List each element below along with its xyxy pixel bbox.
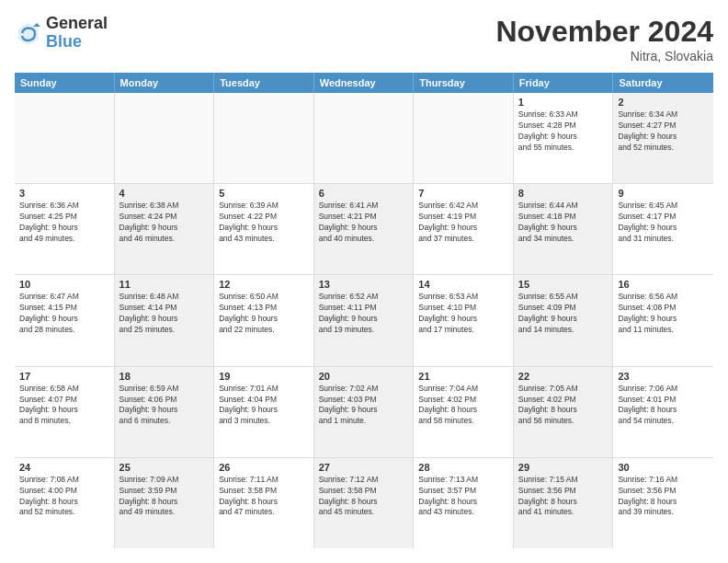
day-number: 2 <box>618 97 709 108</box>
day-info: Sunrise: 6:55 AMSunset: 4:09 PMDaylight:… <box>518 292 609 336</box>
calendar-header-cell: Monday <box>115 73 215 93</box>
day-info: Sunrise: 7:15 AMSunset: 3:56 PMDaylight:… <box>518 475 609 519</box>
calendar-cell: 4Sunrise: 6:38 AMSunset: 4:24 PMDaylight… <box>115 184 215 274</box>
calendar-header: SundayMondayTuesdayWednesdayThursdayFrid… <box>15 73 713 93</box>
calendar-cell: 22Sunrise: 7:05 AMSunset: 4:02 PMDayligh… <box>514 367 614 457</box>
calendar-cell: 17Sunrise: 6:58 AMSunset: 4:07 PMDayligh… <box>15 367 115 457</box>
calendar-cell: 1Sunrise: 6:33 AMSunset: 4:28 PMDaylight… <box>514 93 614 183</box>
day-number: 8 <box>518 188 609 199</box>
calendar-header-cell: Wednesday <box>314 73 415 93</box>
calendar-cell: 11Sunrise: 6:48 AMSunset: 4:14 PMDayligh… <box>115 275 215 365</box>
calendar-cell: 20Sunrise: 7:02 AMSunset: 4:03 PMDayligh… <box>314 367 415 457</box>
day-number: 25 <box>119 462 210 473</box>
day-info: Sunrise: 6:41 AMSunset: 4:21 PMDaylight:… <box>319 201 409 245</box>
page: General Blue November 2024 Nitra, Slovak… <box>0 0 728 563</box>
day-number: 20 <box>319 371 409 382</box>
calendar-cell: 25Sunrise: 7:09 AMSunset: 3:59 PMDayligh… <box>115 458 215 548</box>
day-number: 5 <box>219 188 309 199</box>
day-number: 13 <box>319 279 409 290</box>
calendar-cell <box>115 93 215 183</box>
day-number: 26 <box>219 462 309 473</box>
calendar-cell: 24Sunrise: 7:08 AMSunset: 4:00 PMDayligh… <box>15 458 115 548</box>
day-info: Sunrise: 6:56 AMSunset: 4:08 PMDaylight:… <box>618 292 709 336</box>
calendar-cell: 14Sunrise: 6:53 AMSunset: 4:10 PMDayligh… <box>414 275 514 365</box>
calendar-cell: 27Sunrise: 7:12 AMSunset: 3:58 PMDayligh… <box>314 458 415 548</box>
day-info: Sunrise: 7:04 AMSunset: 4:02 PMDaylight:… <box>418 384 508 428</box>
calendar-cell: 9Sunrise: 6:45 AMSunset: 4:17 PMDaylight… <box>613 184 713 274</box>
calendar-cell: 26Sunrise: 7:11 AMSunset: 3:58 PMDayligh… <box>214 458 314 548</box>
day-info: Sunrise: 7:06 AMSunset: 4:01 PMDaylight:… <box>618 384 709 428</box>
day-number: 28 <box>418 462 508 473</box>
day-number: 4 <box>119 188 210 199</box>
title-block: November 2024 Nitra, Slovakia <box>495 15 713 63</box>
day-number: 19 <box>219 371 309 382</box>
day-number: 30 <box>618 462 709 473</box>
calendar-cell: 8Sunrise: 6:44 AMSunset: 4:18 PMDaylight… <box>514 184 614 274</box>
day-info: Sunrise: 6:33 AMSunset: 4:28 PMDaylight:… <box>518 109 609 154</box>
day-number: 23 <box>618 371 709 382</box>
day-info: Sunrise: 7:01 AMSunset: 4:04 PMDaylight:… <box>219 384 309 428</box>
day-info: Sunrise: 6:45 AMSunset: 4:17 PMDaylight:… <box>618 201 709 245</box>
calendar-cell <box>214 93 314 183</box>
calendar-header-cell: Friday <box>514 73 614 93</box>
calendar-cell: 7Sunrise: 6:42 AMSunset: 4:19 PMDaylight… <box>414 184 514 274</box>
calendar-cell: 29Sunrise: 7:15 AMSunset: 3:56 PMDayligh… <box>514 458 614 548</box>
day-number: 7 <box>418 188 508 199</box>
calendar-cell: 3Sunrise: 6:36 AMSunset: 4:25 PMDaylight… <box>15 184 115 274</box>
calendar-cell <box>314 93 415 183</box>
calendar-cell: 5Sunrise: 6:39 AMSunset: 4:22 PMDaylight… <box>214 184 314 274</box>
day-info: Sunrise: 6:58 AMSunset: 4:07 PMDaylight:… <box>19 384 109 428</box>
calendar-cell: 30Sunrise: 7:16 AMSunset: 3:56 PMDayligh… <box>613 458 713 548</box>
day-number: 17 <box>19 371 109 382</box>
logo-blue: Blue <box>46 33 108 52</box>
day-number: 18 <box>119 371 210 382</box>
day-info: Sunrise: 6:48 AMSunset: 4:14 PMDaylight:… <box>119 292 210 336</box>
calendar-cell: 15Sunrise: 6:55 AMSunset: 4:09 PMDayligh… <box>514 275 614 365</box>
calendar-row: 1Sunrise: 6:33 AMSunset: 4:28 PMDaylight… <box>15 93 713 184</box>
day-number: 27 <box>319 462 409 473</box>
calendar-row: 3Sunrise: 6:36 AMSunset: 4:25 PMDaylight… <box>15 184 713 275</box>
calendar-cell: 28Sunrise: 7:13 AMSunset: 3:57 PMDayligh… <box>414 458 514 548</box>
day-number: 14 <box>418 279 508 290</box>
day-info: Sunrise: 6:59 AMSunset: 4:06 PMDaylight:… <box>119 384 210 428</box>
day-info: Sunrise: 6:44 AMSunset: 4:18 PMDaylight:… <box>518 201 609 245</box>
day-number: 9 <box>618 188 709 199</box>
calendar-cell <box>15 93 115 183</box>
day-info: Sunrise: 6:52 AMSunset: 4:11 PMDaylight:… <box>319 292 409 336</box>
calendar: SundayMondayTuesdayWednesdayThursdayFrid… <box>15 73 713 548</box>
day-info: Sunrise: 6:38 AMSunset: 4:24 PMDaylight:… <box>119 201 210 245</box>
day-info: Sunrise: 6:39 AMSunset: 4:22 PMDaylight:… <box>219 201 309 245</box>
day-number: 6 <box>319 188 409 199</box>
day-number: 1 <box>518 97 609 108</box>
day-number: 16 <box>618 279 709 290</box>
calendar-body: 1Sunrise: 6:33 AMSunset: 4:28 PMDaylight… <box>15 93 713 548</box>
calendar-row: 24Sunrise: 7:08 AMSunset: 4:00 PMDayligh… <box>15 458 713 548</box>
day-info: Sunrise: 7:12 AMSunset: 3:58 PMDaylight:… <box>319 475 409 519</box>
day-info: Sunrise: 7:02 AMSunset: 4:03 PMDaylight:… <box>319 384 409 428</box>
day-info: Sunrise: 7:08 AMSunset: 4:00 PMDaylight:… <box>19 475 109 519</box>
calendar-header-cell: Tuesday <box>214 73 314 93</box>
calendar-cell: 12Sunrise: 6:50 AMSunset: 4:13 PMDayligh… <box>214 275 314 365</box>
day-info: Sunrise: 6:53 AMSunset: 4:10 PMDaylight:… <box>418 292 508 336</box>
day-info: Sunrise: 6:34 AMSunset: 4:27 PMDaylight:… <box>618 109 709 154</box>
day-number: 3 <box>19 188 109 199</box>
day-info: Sunrise: 7:05 AMSunset: 4:02 PMDaylight:… <box>518 384 609 428</box>
calendar-row: 17Sunrise: 6:58 AMSunset: 4:07 PMDayligh… <box>15 367 713 458</box>
day-info: Sunrise: 7:16 AMSunset: 3:56 PMDaylight:… <box>618 475 709 519</box>
day-number: 21 <box>418 371 508 382</box>
day-info: Sunrise: 6:36 AMSunset: 4:25 PMDaylight:… <box>19 201 109 245</box>
header: General Blue November 2024 Nitra, Slovak… <box>15 15 713 63</box>
calendar-cell: 16Sunrise: 6:56 AMSunset: 4:08 PMDayligh… <box>613 275 713 365</box>
logo: General Blue <box>15 15 108 52</box>
day-number: 10 <box>19 279 109 290</box>
day-number: 11 <box>119 279 210 290</box>
day-info: Sunrise: 6:50 AMSunset: 4:13 PMDaylight:… <box>219 292 309 336</box>
calendar-cell: 23Sunrise: 7:06 AMSunset: 4:01 PMDayligh… <box>613 367 713 457</box>
day-info: Sunrise: 7:11 AMSunset: 3:58 PMDaylight:… <box>219 475 309 519</box>
calendar-row: 10Sunrise: 6:47 AMSunset: 4:15 PMDayligh… <box>15 275 713 366</box>
calendar-cell: 18Sunrise: 6:59 AMSunset: 4:06 PMDayligh… <box>115 367 215 457</box>
calendar-header-cell: Sunday <box>15 73 115 93</box>
calendar-cell: 13Sunrise: 6:52 AMSunset: 4:11 PMDayligh… <box>314 275 415 365</box>
logo-text: General Blue <box>46 15 108 52</box>
month-title: November 2024 <box>495 15 713 49</box>
